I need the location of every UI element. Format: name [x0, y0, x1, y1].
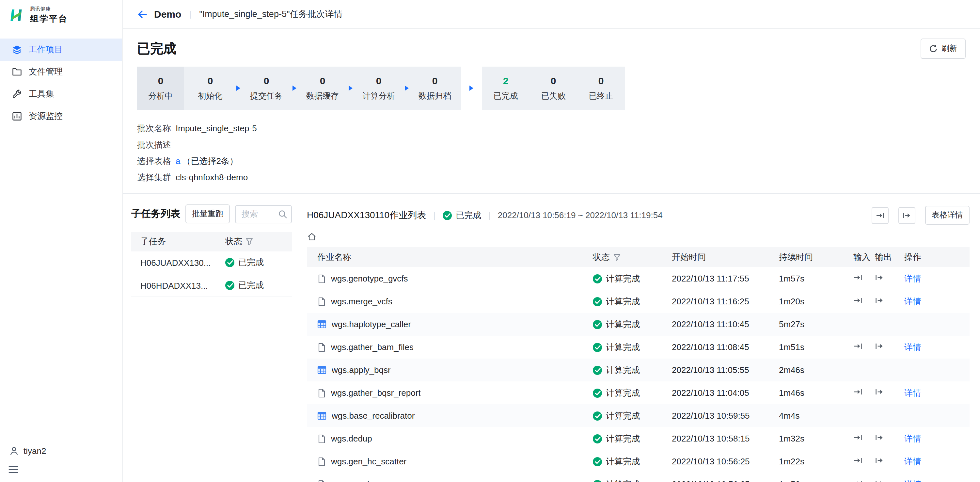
- sidebar-item-label: 文件管理: [29, 66, 63, 78]
- stage-submit[interactable]: 0 提交任务: [240, 67, 293, 110]
- batch-rerun-button[interactable]: 批量重跑: [185, 204, 230, 223]
- job-input-icon[interactable]: [853, 273, 862, 282]
- batch-summary: 已完成 刷新 0 分析中 0: [123, 29, 980, 186]
- job-start-time: 2022/10/13 11:04:05: [672, 388, 779, 398]
- batch-output-button[interactable]: [898, 207, 915, 224]
- search-icon[interactable]: [278, 209, 287, 218]
- job-name[interactable]: wgs.haplotype_caller: [332, 320, 411, 329]
- job-status: 计算完成: [606, 296, 640, 307]
- table-detail-button[interactable]: 表格详情: [925, 206, 970, 225]
- file-icon: [317, 297, 326, 306]
- job-detail-link[interactable]: 详情: [904, 388, 921, 398]
- job-detail-link[interactable]: 详情: [904, 342, 921, 352]
- stage-group-process: 0 初始化 0 提交任务 0 数据缓存 0: [184, 67, 461, 110]
- sidebar-item-files[interactable]: 文件管理: [0, 61, 122, 83]
- job-time-range: 2022/10/13 10:56:19 ~ 2022/10/13 11:19:5…: [498, 210, 663, 220]
- sidebar-item-monitor[interactable]: 资源监控: [0, 105, 122, 127]
- job-duration: 1m22s: [779, 457, 853, 466]
- wrench-icon: [12, 89, 22, 99]
- stage-arrow-icon: [469, 86, 473, 91]
- stage-archive[interactable]: 0 数据归档: [409, 67, 461, 110]
- job-output-icon[interactable]: [875, 342, 884, 351]
- job-status: 计算完成: [606, 364, 640, 376]
- job-input-icon[interactable]: [853, 456, 862, 465]
- stage-label: 分析中: [148, 91, 173, 102]
- job-start-time: 2022/10/13 11:17:55: [672, 274, 779, 283]
- job-name[interactable]: wgs.gen_hc_scatter: [331, 457, 406, 466]
- job-input-icon[interactable]: [853, 479, 862, 482]
- user-account[interactable]: tiyan2: [9, 446, 46, 456]
- job-name[interactable]: wgs.base_recalibrator: [332, 411, 415, 421]
- job-detail-link[interactable]: 详情: [904, 456, 921, 466]
- success-check-icon: [225, 281, 234, 290]
- job-name[interactable]: wgs.apply_bqsr: [332, 365, 391, 375]
- job-input-icon[interactable]: [853, 296, 862, 305]
- success-check-icon: [443, 211, 452, 220]
- job-status: 计算完成: [606, 341, 640, 353]
- job-col-output: 输出: [875, 251, 904, 263]
- selected-table-link[interactable]: a: [176, 156, 180, 166]
- stage-arrow-icon: [236, 86, 240, 91]
- job-status: 计算完成: [606, 433, 640, 444]
- stage-failed[interactable]: 0 已失败: [530, 67, 577, 110]
- job-input-icon[interactable]: [853, 387, 862, 396]
- job-name[interactable]: wgs.gather_bqsr_report: [331, 388, 421, 398]
- sidebar-item-projects[interactable]: 工作项目: [0, 38, 122, 61]
- job-detail-link[interactable]: 详情: [904, 296, 921, 306]
- job-output-icon[interactable]: [875, 433, 884, 442]
- job-output-icon[interactable]: [875, 387, 884, 396]
- monitor-chart-icon: [12, 111, 22, 121]
- success-check-icon: [593, 480, 602, 482]
- job-row: wgs.genotype_gvcfs 计算完成 2022/10/13 11:17…: [307, 267, 970, 290]
- job-name[interactable]: wgs.gather_bam_files: [331, 342, 414, 352]
- job-name[interactable]: wgs.dedup: [331, 434, 372, 444]
- job-name[interactable]: wgs.genotype_gvcfs: [331, 274, 408, 283]
- collapse-menu-icon[interactable]: [8, 466, 18, 474]
- job-detail-link[interactable]: 详情: [904, 273, 921, 283]
- subtask-table: 子任务 状态 H06JUADXX130... 已完成 H06HDAD: [131, 232, 292, 297]
- job-name[interactable]: wgs.merge_vcfs: [331, 296, 392, 306]
- job-output-icon[interactable]: [875, 479, 884, 482]
- workflow-home-icon[interactable]: [307, 231, 970, 242]
- job-row: wgs.dedup 计算完成 2022/10/13 10:58:15 1m32s…: [307, 427, 970, 450]
- job-detail-link[interactable]: 详情: [904, 479, 921, 482]
- sidebar-item-tools[interactable]: 工具集: [0, 83, 122, 105]
- subtask-row[interactable]: H06HDADXX13... 已完成: [131, 274, 292, 297]
- stage-analyzing[interactable]: 0 分析中: [137, 67, 184, 110]
- stage-init[interactable]: 0 初始化: [184, 67, 236, 110]
- job-input-icon[interactable]: [853, 433, 862, 442]
- job-input-icon[interactable]: [853, 342, 862, 351]
- file-icon: [317, 480, 326, 482]
- sidebar-menu: 工作项目 文件管理 工具集 资源监控: [0, 38, 122, 127]
- brand-name-bottom: 组学平台: [30, 13, 68, 25]
- detail-row-cluster: 选择集群 cls-qhnfoxh8-demo: [137, 169, 966, 186]
- job-output-icon[interactable]: [875, 296, 884, 305]
- success-check-icon: [593, 434, 602, 443]
- project-name[interactable]: Demo: [154, 8, 181, 20]
- job-detail-link[interactable]: 详情: [904, 433, 921, 443]
- back-button[interactable]: [137, 9, 148, 19]
- stage-compute[interactable]: 0 计算分析: [353, 67, 405, 110]
- subtask-name: H06HDADXX13...: [131, 280, 225, 290]
- breadcrumb-divider: |: [189, 9, 191, 19]
- sidebar-item-label: 资源监控: [29, 110, 63, 122]
- stage-cache[interactable]: 0 数据缓存: [296, 67, 348, 110]
- scatter-grid-icon: [317, 412, 326, 420]
- filter-funnel-icon[interactable]: [245, 238, 253, 246]
- stage-completed[interactable]: 2 已完成: [482, 67, 530, 110]
- batch-input-button[interactable]: [872, 207, 889, 224]
- brand: 腾讯健康 组学平台: [0, 0, 122, 25]
- job-status: 计算完成: [606, 273, 640, 285]
- job-output-icon[interactable]: [875, 456, 884, 465]
- job-name[interactable]: wgs.gen_bqsr_scatter: [331, 479, 414, 482]
- subtask-row[interactable]: H06JUADXX130... 已完成: [131, 251, 292, 274]
- job-start-time: 2022/10/13 11:08:45: [672, 342, 779, 352]
- detail-row-selected-table: 选择表格 a （已选择2条）: [137, 153, 966, 169]
- stage-count: 0: [158, 75, 164, 86]
- job-col-input: 输入: [853, 251, 875, 263]
- job-output-icon[interactable]: [875, 273, 884, 282]
- stage-terminated[interactable]: 0 已终止: [577, 67, 625, 110]
- refresh-button[interactable]: 刷新: [921, 38, 966, 59]
- filter-funnel-icon[interactable]: [613, 253, 621, 261]
- sidebar-item-label: 工作项目: [29, 44, 63, 56]
